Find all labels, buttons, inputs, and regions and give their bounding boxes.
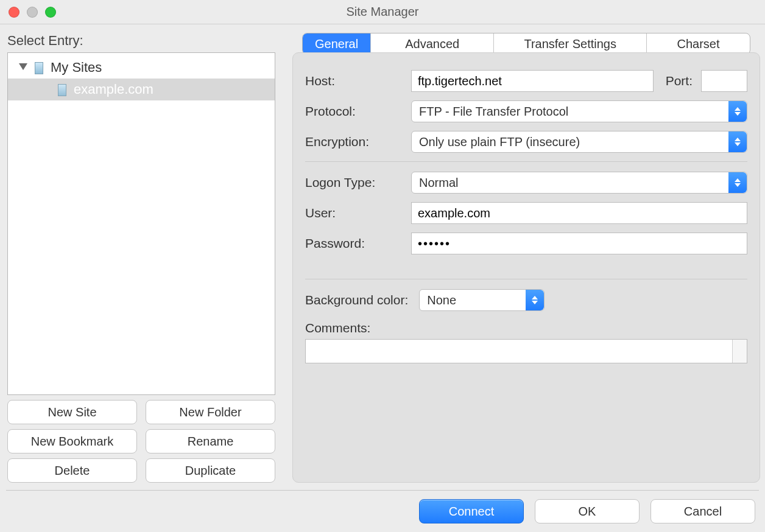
protocol-value: FTP - File Transfer Protocol: [419, 105, 568, 119]
tab-bar: General Advanced Transfer Settings Chars…: [302, 33, 750, 55]
protocol-row: Protocol: FTP - File Transfer Protocol: [305, 100, 747, 122]
close-window-icon[interactable]: [9, 7, 19, 18]
bgcolor-row: Background color: None: [305, 289, 747, 311]
host-input[interactable]: [411, 70, 654, 92]
minimize-window-icon[interactable]: [27, 7, 38, 18]
encryption-select[interactable]: Only use plain FTP (insecure): [411, 131, 747, 153]
protocol-select[interactable]: FTP - File Transfer Protocol: [411, 100, 747, 122]
traffic-lights: [9, 7, 56, 18]
tab-advanced[interactable]: Advanced: [371, 33, 494, 54]
comments-textarea[interactable]: [305, 339, 747, 363]
protocol-label: Protocol:: [305, 104, 405, 119]
tree-root-label: My Sites: [51, 60, 102, 75]
ok-button[interactable]: OK: [535, 499, 640, 523]
divider: [305, 161, 747, 162]
svg-marker-7: [532, 296, 538, 299]
tree-root-row[interactable]: My Sites: [8, 57, 275, 79]
cancel-button[interactable]: Cancel: [650, 499, 755, 523]
user-input[interactable]: [411, 202, 747, 224]
bgcolor-label: Background color:: [305, 293, 408, 307]
duplicate-button[interactable]: Duplicate: [146, 458, 275, 483]
svg-marker-6: [735, 183, 741, 187]
svg-marker-2: [735, 112, 741, 116]
chevron-updown-icon: [728, 172, 747, 193]
port-label: Port:: [666, 74, 693, 88]
delete-button[interactable]: Delete: [7, 458, 137, 483]
general-panel: Host: Port: Protocol: FTP - File Transfe…: [292, 52, 760, 483]
tree-site-label: example.com: [74, 82, 153, 97]
sites-tree[interactable]: My Sites example.com: [7, 52, 275, 395]
chevron-updown-icon: [526, 290, 544, 310]
new-folder-button[interactable]: New Folder: [146, 400, 275, 424]
comments-label: Comments:: [305, 321, 747, 335]
rename-button[interactable]: Rename: [146, 429, 275, 453]
tree-site-row[interactable]: example.com: [8, 79, 275, 100]
encryption-label: Encryption:: [305, 135, 405, 149]
port-input[interactable]: [701, 70, 747, 92]
chevron-updown-icon: [728, 131, 747, 152]
svg-marker-8: [532, 301, 538, 304]
encryption-row: Encryption: Only use plain FTP (insecure…: [305, 131, 747, 153]
window-title: Site Manager: [347, 5, 419, 19]
folder-icon: [33, 61, 46, 74]
user-label: User:: [305, 206, 405, 220]
svg-marker-3: [735, 138, 741, 141]
tab-general[interactable]: General: [303, 33, 371, 54]
zoom-window-icon[interactable]: [45, 7, 56, 18]
chevron-updown-icon: [728, 101, 747, 122]
new-site-button[interactable]: New Site: [7, 400, 137, 424]
details-pane: General Advanced Transfer Settings Chars…: [292, 33, 760, 483]
svg-marker-1: [735, 107, 741, 111]
scrollbar[interactable]: [732, 340, 747, 363]
host-row: Host: Port:: [305, 70, 747, 92]
comments-text: [306, 340, 732, 363]
user-row: User:: [305, 202, 747, 224]
divider: [305, 279, 747, 279]
password-input[interactable]: [411, 233, 747, 254]
entry-selector-pane: Select Entry: My Sites example.com New S…: [7, 33, 275, 483]
select-entry-label: Select Entry:: [7, 33, 275, 49]
logon-type-label: Logon Type:: [305, 175, 405, 190]
svg-marker-4: [735, 142, 741, 146]
disclosure-triangle-icon[interactable]: [19, 60, 27, 75]
svg-marker-0: [19, 63, 27, 70]
svg-marker-5: [735, 178, 741, 182]
logon-type-row: Logon Type: Normal: [305, 172, 747, 194]
site-icon: [57, 83, 69, 96]
logon-type-select[interactable]: Normal: [411, 172, 747, 194]
password-label: Password:: [305, 236, 405, 251]
tab-charset[interactable]: Charset: [647, 33, 750, 54]
dialog-footer: Connect OK Cancel: [0, 491, 765, 532]
connect-button[interactable]: Connect: [419, 499, 524, 523]
new-bookmark-button[interactable]: New Bookmark: [7, 429, 137, 453]
host-label: Host:: [305, 74, 405, 88]
encryption-value: Only use plain FTP (insecure): [419, 135, 580, 149]
bgcolor-select[interactable]: None: [419, 289, 545, 311]
titlebar: Site Manager: [0, 0, 765, 24]
tab-transfer-settings[interactable]: Transfer Settings: [494, 33, 647, 54]
password-row: Password:: [305, 233, 747, 254]
bgcolor-value: None: [427, 293, 456, 307]
logon-type-value: Normal: [419, 176, 458, 190]
